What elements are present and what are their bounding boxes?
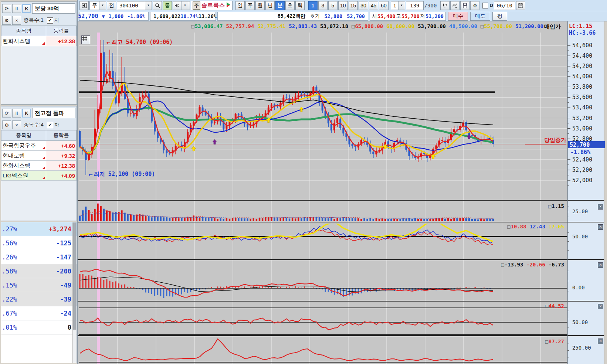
rescan-button[interactable]: ⟳ — [2, 109, 11, 118]
pause-button[interactable]: II — [12, 109, 21, 118]
chart-canvas[interactable]: 54,60054,40054,20054,00053,80053,60053,4… — [78, 21, 607, 364]
stock-count-label: 종목수:4 — [24, 122, 44, 128]
period-button-초[interactable]: 초 — [285, 1, 295, 10]
legend-value: □55,700.00 — [481, 23, 512, 29]
k-button[interactable]: K — [22, 109, 31, 118]
arrow-left-icon: ← — [106, 38, 111, 46]
speaker-button[interactable]: ▼ — [173, 1, 190, 10]
square-icon: □ — [545, 303, 548, 309]
period-type-combo[interactable]: 주▼ — [89, 1, 106, 10]
col-change-header[interactable]: 등락률 — [46, 130, 77, 141]
left-sidebar: ⟳ II K 분당 30억 ⚙ × 종목수:1 ✔ 자 종목명 등락률 한화시스… — [0, 0, 78, 364]
price-tick-label: 52,000 — [572, 177, 592, 184]
gear-icon[interactable]: ⚙ — [2, 16, 11, 25]
holdings-row[interactable]: .27%+3,274 — [1, 222, 77, 236]
date-input[interactable]: 06/10 — [494, 1, 515, 10]
bar-count-input[interactable]: 139 — [406, 1, 424, 10]
sell-button[interactable]: 매도 — [470, 12, 490, 21]
square-icon: □ — [191, 23, 194, 29]
col-change-header[interactable]: 등락률 — [46, 26, 77, 36]
screener2-title[interactable]: 전고점 돌파 — [32, 108, 75, 118]
interval-button-1[interactable]: 1 — [308, 1, 318, 10]
close-panel-icon[interactable]: ✕ — [598, 262, 603, 268]
price-tick-label: 53,200 — [572, 115, 592, 122]
up-triangle-icon — [42, 176, 45, 179]
table-row[interactable]: 한화시스템+12.38 — [1, 36, 77, 46]
calendar-icon[interactable] — [516, 1, 525, 10]
auto-checkbox[interactable]: ✔ — [47, 122, 53, 128]
close-panel-icon[interactable]: ✕ — [598, 339, 603, 344]
table-row[interactable]: LIG넥스원+4.09 — [1, 171, 77, 181]
k-button[interactable]: K — [22, 4, 31, 13]
period-button-틱[interactable]: 틱 — [295, 1, 305, 10]
price-tick-label: 54,200 — [572, 63, 592, 69]
table-row[interactable]: 한화시스템+12.38 — [1, 161, 77, 171]
chart-area: 54,60054,40054,20054,00053,80053,60053,4… — [78, 21, 607, 364]
period-button-월[interactable]: 월 — [255, 1, 265, 10]
day-close-line-label: 당일종가 — [525, 137, 566, 144]
close-panel-icon[interactable]: ✕ — [598, 204, 603, 210]
close-icon[interactable]: × — [12, 16, 21, 25]
avg-button[interactable]: 평 — [492, 12, 507, 21]
close-panel-icon[interactable]: ✕ — [598, 304, 603, 309]
period-button-주[interactable]: 주 — [245, 1, 255, 10]
candle-move-icon[interactable] — [440, 1, 450, 10]
col-name-header[interactable]: 종목명 — [1, 130, 46, 141]
price-tick-label: 53,800 — [572, 84, 592, 90]
auto-checkbox[interactable]: ✔ — [47, 17, 53, 24]
line-move-icon[interactable] — [450, 1, 460, 10]
legend-value: 52,775.41 — [257, 23, 285, 29]
interval-button-3[interactable]: 3 — [318, 1, 328, 10]
interval-button-10[interactable]: 10 — [338, 1, 348, 10]
macd-axis-label: 0.00 — [572, 285, 585, 290]
close-panel-icon[interactable]: ✕ — [598, 224, 603, 230]
high-price: 55,700 — [401, 13, 420, 19]
low-price: 51,200 — [425, 13, 444, 19]
stock-code-combo[interactable]: 304100▼ — [117, 1, 152, 10]
rescan-button[interactable]: ⟳ — [2, 4, 11, 13]
interval-button-60[interactable]: 60 — [379, 1, 389, 10]
holdings-row[interactable]: .26%-147 — [1, 250, 77, 264]
rsi-legend: □44.52 — [545, 303, 564, 309]
jun-button[interactable]: 전 — [107, 1, 116, 10]
period-button-년[interactable]: 년 — [265, 1, 275, 10]
stock-name-label: 솔트룩스 — [201, 2, 225, 9]
day-low-annotation: ← 최저 52,100 (09:00) — [89, 170, 155, 178]
gear-icon[interactable]: ⚙ — [2, 120, 11, 129]
holdings-row[interactable]: .56%-125 — [1, 236, 77, 250]
d-checkbox[interactable] — [482, 3, 488, 8]
interval-button-5[interactable]: 5 — [328, 1, 338, 10]
holdings-row[interactable]: .58%-200 — [1, 264, 77, 278]
stoch-axis-label: 50.00 — [572, 234, 588, 239]
interval-button-15[interactable]: 15 — [349, 1, 358, 10]
holdings-row[interactable]: .22%-39 — [1, 292, 77, 306]
chevron-down-icon: ▼ — [182, 1, 188, 10]
volume-value: 1,609,022 — [153, 13, 180, 19]
square-icon: □ — [507, 224, 510, 229]
table-row[interactable]: 현대로템+9.32 — [1, 151, 77, 161]
close-icon[interactable]: × — [12, 120, 21, 129]
interval-button-45[interactable]: 45 — [369, 1, 379, 10]
holdings-row[interactable]: .01%0 — [1, 320, 77, 334]
save-icon[interactable] — [460, 1, 469, 10]
amount-value: 85,422백만 — [278, 13, 306, 20]
gear-icon[interactable]: ⚙ — [470, 1, 479, 10]
pause-button[interactable]: II — [12, 4, 21, 13]
interval-button-30[interactable]: 30 — [359, 1, 368, 10]
stock-name-box[interactable]: 주 솔트룩스 — [191, 1, 233, 10]
unit-combo[interactable]: 1▼ — [391, 1, 405, 10]
holdings-row[interactable]: .67%-24 — [1, 306, 77, 320]
table-row[interactable]: 한국항공우주+4.60 — [1, 141, 77, 151]
square-icon: □ — [352, 23, 355, 29]
tong-button[interactable]: 통 — [163, 1, 172, 10]
grid-settings-button[interactable] — [81, 35, 90, 44]
holdings-row[interactable]: .15%-49 — [1, 278, 77, 292]
col-name-header[interactable]: 종목명 — [1, 26, 46, 36]
screener1-title[interactable]: 분당 30억 — [32, 3, 75, 14]
search-icon[interactable] — [153, 1, 162, 10]
buy-button[interactable]: 매수 — [448, 12, 468, 21]
window-layout-icon[interactable] — [79, 1, 89, 10]
holdings-scrollbar[interactable] — [72, 222, 76, 363]
period-button-일[interactable]: 일 — [235, 1, 245, 10]
period-button-분[interactable]: 분 — [275, 1, 285, 10]
